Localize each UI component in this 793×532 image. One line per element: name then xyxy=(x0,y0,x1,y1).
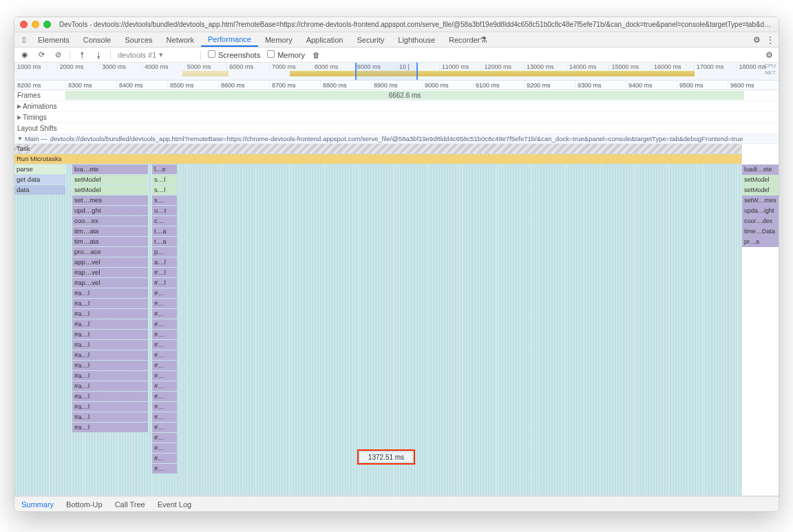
settings-icon[interactable]: ⚙ xyxy=(753,35,761,45)
flame-bar[interactable]: Task xyxy=(14,144,741,153)
tab-memory[interactable]: Memory xyxy=(258,32,299,47)
btab-bottom-up[interactable]: Bottom-Up xyxy=(66,500,103,509)
flame-bar-right[interactable]: upda…ight xyxy=(742,206,779,216)
ruler-tick: 9000 ms xyxy=(422,81,473,89)
screenshots-toggle[interactable]: Screenshots xyxy=(208,50,260,59)
overview-net-label: NET xyxy=(764,70,776,76)
download-icon[interactable]: ⭳ xyxy=(94,51,103,59)
flame-bar[interactable]: #… xyxy=(152,392,177,401)
main-thread-header[interactable]: ▼ Main — devtools://devtools/bundled/dev… xyxy=(14,134,779,144)
flame-bar[interactable]: #… xyxy=(152,402,177,412)
flame-bar[interactable]: #… xyxy=(152,423,177,432)
flame-bar[interactable]: t…a xyxy=(152,237,177,246)
tab-network[interactable]: Network xyxy=(160,32,201,47)
ruler-tick: 9200 ms xyxy=(524,81,575,89)
flask-icon: ⚗ xyxy=(480,35,487,45)
overview-tick: 16000 ms xyxy=(651,63,694,71)
flame-bar[interactable]: #… xyxy=(152,433,177,443)
ruler-tick: 9600 ms xyxy=(728,81,779,89)
overview-tick: 6000 ms xyxy=(226,63,269,71)
flame-bar[interactable]: t…a xyxy=(152,226,177,236)
animations-track[interactable]: ▶Animations xyxy=(14,101,779,112)
flame-bar[interactable]: #…l xyxy=(152,278,177,288)
flame-bar[interactable]: a…l xyxy=(152,257,177,267)
flame-right-overflow: loadi…etesetModelsetModelsetW…mesupda…ig… xyxy=(741,144,779,496)
overview-tick: 13000 ms xyxy=(524,63,567,71)
tab-recorder[interactable]: Recorder ⚗ xyxy=(442,32,494,47)
more-icon[interactable]: ⋮ xyxy=(766,35,774,45)
record-icon[interactable]: ◉ xyxy=(20,50,30,59)
trash-icon[interactable]: 🗑 xyxy=(312,51,321,59)
flame-bar[interactable]: l…e xyxy=(152,164,177,174)
flame-bar[interactable]: #… xyxy=(152,340,177,350)
memory-toggle[interactable]: Memory xyxy=(267,50,305,59)
traffic-lights xyxy=(20,21,51,28)
flamechart[interactable]: 8200 ms8300 ms8400 ms8500 ms8600 ms8700 … xyxy=(14,81,779,496)
flame-bar-right[interactable]: pr…a xyxy=(742,237,779,247)
btab-summary[interactable]: Summary xyxy=(21,500,54,509)
flame-bar[interactable]: c… xyxy=(152,216,177,226)
flame-bar[interactable]: #… xyxy=(152,381,177,391)
flame-bar-right[interactable]: coor…dex xyxy=(742,216,779,226)
timings-track[interactable]: ▶Timings xyxy=(14,112,779,123)
minimize-window-button[interactable] xyxy=(32,21,39,28)
overview-minimap[interactable]: 1000 ms2000 ms3000 ms4000 ms5000 ms6000 … xyxy=(14,63,779,81)
overview-cpu-label: CPU xyxy=(764,63,776,70)
frames-track[interactable]: Frames 6662.6 ms xyxy=(14,90,779,101)
time-ruler[interactable]: 8200 ms8300 ms8400 ms8500 ms8600 ms8700 … xyxy=(14,81,779,90)
reload-icon[interactable]: ⟳ xyxy=(36,50,46,59)
flame-bar-right[interactable]: time…Data xyxy=(742,226,779,237)
flame-bar[interactable]: #… xyxy=(152,443,177,453)
session-select[interactable]: devtools #1▾ xyxy=(118,50,193,59)
tab-elements[interactable]: Elements xyxy=(31,32,76,47)
upload-icon[interactable]: ⭱ xyxy=(77,51,87,59)
btab-call-tree[interactable]: Call Tree xyxy=(115,500,145,509)
ruler-tick: 8500 ms xyxy=(167,81,218,89)
overview-tick: 17000 ms xyxy=(694,63,737,71)
btab-event-log[interactable]: Event Log xyxy=(158,500,192,509)
perf-toolbar: ◉ ⟳ ⊘ ⭱ ⭳ devtools #1▾ Screenshots Memor… xyxy=(14,47,779,63)
overview-tick: 4000 ms xyxy=(142,63,184,71)
clear-icon[interactable]: ⊘ xyxy=(53,50,63,59)
titlebar: DevTools - devtools://devtools/bundled/d… xyxy=(14,17,779,32)
flame-bar[interactable]: #… xyxy=(152,361,177,370)
overview-tick: 3000 ms xyxy=(99,63,142,71)
zoom-window-button[interactable] xyxy=(43,21,51,28)
tab-console[interactable]: Console xyxy=(76,32,118,47)
flame-bar-right[interactable]: loadi…ete xyxy=(742,164,779,175)
flame-bar[interactable]: s…l xyxy=(152,185,177,195)
flame-bar[interactable]: #… xyxy=(152,412,177,422)
close-window-button[interactable] xyxy=(20,21,28,28)
overview-tick: 14000 ms xyxy=(567,63,609,71)
flame-bar[interactable]: #… xyxy=(152,299,177,308)
flame-bar[interactable]: #… xyxy=(152,464,177,474)
tab-application[interactable]: Application xyxy=(299,32,350,47)
flame-bar[interactable]: #… xyxy=(152,371,177,381)
flame-bar-right[interactable]: setModel xyxy=(742,185,779,195)
tab-performance[interactable]: Performance xyxy=(201,32,258,47)
ruler-tick: 8400 ms xyxy=(116,81,167,89)
flame-bar[interactable]: #…l xyxy=(152,268,177,277)
flame-bar[interactable]: p… xyxy=(152,247,177,257)
flame-bar[interactable]: #… xyxy=(152,330,177,339)
flame-bar[interactable]: #… xyxy=(152,288,177,298)
flame-bar[interactable]: Run Microtasks xyxy=(14,154,741,164)
flame-body[interactable]: loadi…etesetModelsetModelsetW…mesupda…ig… xyxy=(14,144,779,496)
tab-sources[interactable]: Sources xyxy=(118,32,159,47)
flame-bar[interactable]: u…t xyxy=(152,206,177,215)
flame-bar[interactable]: #… xyxy=(152,350,177,360)
layout-shifts-track[interactable]: Layout Shifts xyxy=(14,123,779,134)
flame-bar[interactable]: #… xyxy=(152,309,177,319)
tab-lighthouse[interactable]: Lighthouse xyxy=(391,32,442,47)
flame-bar[interactable]: s… xyxy=(152,195,177,205)
flame-bar[interactable]: s…l xyxy=(152,175,177,184)
perf-settings-icon[interactable]: ⚙ xyxy=(765,50,773,60)
flame-bar-right[interactable]: setW…mes xyxy=(742,195,779,206)
flame-bar-right[interactable]: setModel xyxy=(742,175,779,185)
inspect-icon[interactable]: ▯ xyxy=(17,32,31,47)
flame-bar[interactable]: #… xyxy=(152,454,177,463)
ruler-tick: 8300 ms xyxy=(65,81,116,89)
window-title: DevTools - devtools://devtools/bundled/d… xyxy=(59,21,773,28)
flame-bar[interactable]: #… xyxy=(152,319,177,329)
tab-security[interactable]: Security xyxy=(350,32,391,47)
